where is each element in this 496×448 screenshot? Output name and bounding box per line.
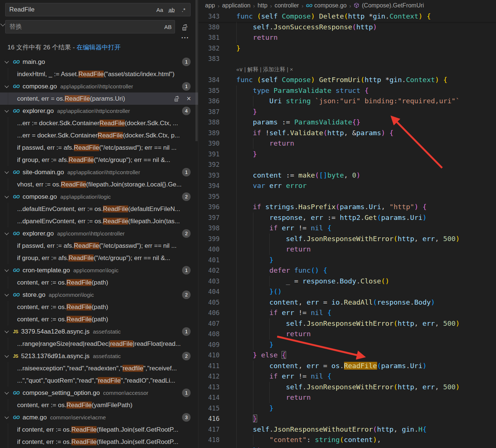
replace-match-icon[interactable]: bc (173, 95, 181, 103)
search-result-row[interactable]: content, err := os.ReadFile(path) (0, 276, 198, 289)
search-result-row[interactable]: if group, err := afs.ReadFile("/etc/grou… (0, 154, 198, 166)
code-line[interactable]: 389if !self.Validate(http, &params) { (198, 128, 496, 139)
code-line[interactable]: 392 (198, 159, 496, 170)
code-line[interactable]: 411content, err = os.ReadFile(params.Uri… (198, 361, 496, 371)
breadcrumb-symbol[interactable]: (Compose).GetFromUri (362, 2, 424, 9)
code-line[interactable]: 382} (198, 43, 496, 54)
code-line[interactable]: 395 (198, 191, 496, 202)
code-line[interactable]: 406if err != nil { (198, 308, 496, 318)
codelens-add-comment[interactable]: | 添加注释 (259, 66, 285, 72)
breadcrumb-item[interactable]: http (257, 2, 268, 9)
chevron-down-icon[interactable] (4, 59, 9, 63)
code-line[interactable]: 417self.JsonResponseWithoutError(http, g… (198, 424, 496, 435)
code-line[interactable]: 384func (self Compose) GetFromUri(http *… (198, 75, 496, 85)
file-row[interactable]: GOstore.goapp\common\logic2 (0, 289, 198, 301)
chevron-down-icon[interactable] (4, 267, 9, 272)
code-line[interactable]: 401} (198, 255, 496, 266)
chevron-down-icon[interactable] (4, 415, 9, 419)
code-line[interactable]: 415} (198, 403, 496, 414)
file-row[interactable]: GOcron-template.goapp\common\logic1 (0, 264, 198, 276)
file-row[interactable]: GOexplorer.goapp\application\http\contro… (0, 105, 198, 117)
code-line[interactable]: 393content := make([]byte, 0) (198, 170, 496, 181)
search-result-row[interactable]: ...dpanelEnvContent, err := os.ReadFile(… (0, 215, 198, 227)
code-area[interactable]: 380self.JsonSuccessResponse(http)381retu… (198, 22, 496, 448)
breadcrumb-item[interactable]: app (205, 2, 215, 9)
code-line[interactable]: 385type ParamsValidate struct { (198, 85, 496, 96)
code-line[interactable]: 416} (198, 413, 496, 424)
codelens-line[interactable]: «∨ | 解释 | 添加注释 | × (198, 64, 496, 75)
search-result-row[interactable]: content, err := os.ReadFile(path) (0, 313, 198, 325)
code-line[interactable]: 414return (198, 392, 496, 403)
code-line[interactable]: 399self.JsonResponseWithError(http, err,… (198, 234, 496, 244)
chevron-down-icon[interactable] (4, 84, 9, 88)
search-result-row[interactable]: if group, err := afs.ReadFile("/etc/grou… (0, 252, 198, 264)
search-result-row[interactable]: ...err := docker.Sdk.ContainerReadFile(d… (0, 117, 198, 129)
search-result-row[interactable]: if passwd, err := afs.ReadFile("/etc/pas… (0, 240, 198, 252)
more-actions-icon[interactable]: ··· (181, 34, 189, 42)
replace-all-icon[interactable]: b c (180, 22, 190, 32)
file-row[interactable]: JS3379.54aa12e8.async.jsasset\static1 (0, 325, 198, 338)
code-line[interactable]: 386Uri string `json:"uri" binding:"requi… (198, 96, 496, 107)
code-line[interactable]: 404}() (198, 286, 496, 297)
search-result-row[interactable]: ...raiseexception","read","readexten","r… (0, 362, 198, 374)
file-row[interactable]: GOcompose.goapp\application\logic2 (0, 191, 198, 203)
code-line[interactable]: 418"content": string(content), (198, 435, 496, 445)
code-line[interactable]: 403_ = response.Body.Close() (198, 276, 496, 287)
toggle-replace-chevron-icon[interactable] (0, 22, 5, 26)
chevron-down-icon[interactable] (4, 108, 9, 112)
chevron-down-icon[interactable] (4, 194, 9, 198)
search-result-row[interactable]: indexHtml, _ := Asset.ReadFile("asset/st… (0, 68, 198, 80)
chevron-down-icon[interactable] (4, 390, 9, 394)
chevron-down-icon[interactable] (4, 292, 9, 296)
code-line[interactable]: 402defer func() { (198, 265, 496, 276)
codelens-explain[interactable]: | 解释 (243, 66, 258, 72)
chevron-down-icon[interactable] (4, 329, 9, 333)
search-result-row[interactable]: ...err = docker.Sdk.ContainerReadFile(do… (0, 129, 198, 142)
file-row[interactable]: JS5213.1376d91a.async.jsasset\static2 (0, 350, 198, 362)
breadcrumb-item[interactable]: application (222, 2, 251, 9)
chevron-down-icon[interactable] (4, 169, 9, 173)
code-line[interactable]: 409} (198, 340, 496, 350)
code-line[interactable]: 408return (198, 329, 496, 340)
code-line[interactable]: 405content, err = io.ReadAll(response.Bo… (198, 297, 496, 308)
file-row[interactable]: GOacme.gocommon\service\acme3 (0, 411, 198, 423)
code-line[interactable]: 412if err != nil { (198, 371, 496, 382)
open-in-editor-link[interactable]: 在编辑器中打开 (77, 44, 121, 51)
code-line[interactable]: 391} (198, 149, 496, 160)
search-result-row[interactable]: if content, err := os.ReadFile(filepath.… (0, 423, 198, 436)
code-line[interactable]: 398if err != nil { (198, 223, 496, 234)
search-result-row[interactable]: ...defaultEnvContent, err := os.ReadFile… (0, 203, 198, 215)
search-result-row[interactable]: ...","quot","quotRem","read","readFile",… (0, 374, 198, 387)
code-line[interactable]: 381return (198, 32, 496, 43)
breadcrumb-file[interactable]: compose.go (314, 2, 347, 9)
file-row[interactable]: GOexplorer.goapp\common\http\controller2 (0, 227, 198, 240)
code-line[interactable]: 400return (198, 244, 496, 255)
sidebar-scrollbar[interactable] (195, 0, 198, 141)
codelens-ai-icon[interactable]: «∨ (236, 66, 243, 72)
code-line[interactable]: 410} else { (198, 350, 496, 361)
regex-icon[interactable]: .* (179, 5, 188, 14)
codelens-close-icon[interactable]: | × (285, 66, 293, 72)
search-result-row[interactable]: content, err := os.ReadFile(path) (0, 301, 198, 313)
preserve-case-icon[interactable]: AB (163, 22, 173, 32)
code-line[interactable]: 343func (self Compose) Delete(http *gin.… (198, 11, 496, 22)
file-row[interactable]: GOsite-domain.goapp\application\http\con… (0, 166, 198, 178)
code-line[interactable]: 419}) (198, 445, 496, 448)
search-result-row[interactable]: content, err = os.ReadFile(params.Uri)bc… (0, 92, 198, 105)
code-line[interactable]: 388params := ParamsValidate{} (198, 117, 496, 128)
code-line[interactable]: 413self.JsonResponseWithError(http, err,… (198, 382, 496, 393)
search-result-row[interactable]: content, err := os.ReadFile(yamlFilePath… (0, 399, 198, 411)
code-line[interactable]: 387} (198, 107, 496, 117)
search-result-row[interactable]: if passwd, err := afs.ReadFile("/etc/pas… (0, 142, 198, 154)
search-result-row[interactable]: ...range|rangeSize|read|readDec|readFile… (0, 338, 198, 350)
code-line[interactable]: 397response, err := http2.Get(params.Uri… (198, 212, 496, 223)
code-line[interactable]: 390return (198, 138, 496, 149)
chevron-down-icon[interactable] (4, 231, 9, 235)
sticky-scroll-line[interactable]: 343func (self Compose) Delete(http *gin.… (198, 11, 496, 22)
code-line[interactable]: 383 (198, 53, 496, 64)
search-result-row[interactable]: vhost, err := os.ReadFile(filepath.Join(… (0, 178, 198, 191)
file-row[interactable]: GOcompose.goapp\application\http\control… (0, 80, 198, 92)
whole-word-icon[interactable]: ab (167, 5, 176, 14)
file-row[interactable]: GOmain.go1 (0, 56, 198, 68)
replace-input[interactable] (5, 20, 175, 33)
